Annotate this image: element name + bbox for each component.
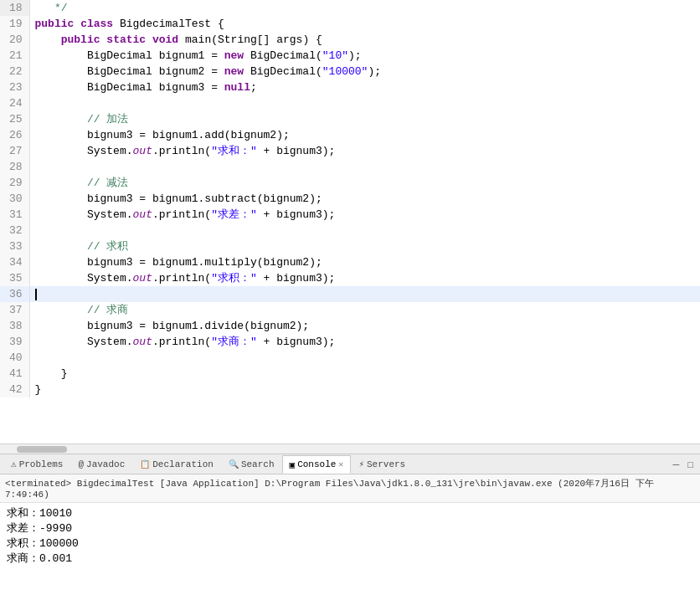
code-line-content: System.out.println("求差：" + bignum3);	[29, 207, 700, 223]
line-number: 28	[0, 159, 29, 175]
code-line-content: System.out.println("求积：" + bignum3);	[29, 270, 700, 286]
line-number: 30	[0, 191, 29, 207]
code-line-content: bignum3 = bignum1.add(bignum2);	[29, 127, 700, 143]
code-line-content: // 加法	[29, 111, 700, 127]
problems-icon: ⚠	[11, 459, 17, 469]
console-output-line: 求和：10010	[7, 506, 693, 521]
code-area[interactable]: 18 */19public class BigdecimalTest {20 p…	[0, 0, 700, 444]
declaration-icon: 📋	[140, 459, 150, 469]
console-icon: ▣	[290, 459, 296, 470]
servers-icon: ⚡	[358, 459, 364, 469]
code-table: 18 */19public class BigdecimalTest {20 p…	[0, 0, 700, 397]
scrollbar-thumb[interactable]	[17, 446, 67, 453]
code-line-content: System.out.println("求商：" + bignum3);	[29, 334, 700, 350]
code-line-content: }	[29, 382, 700, 397]
console-output: 求和：10010求差：-9990求积：100000求商：0.001	[0, 503, 700, 600]
code-line-content: */	[29, 0, 700, 16]
tab-servers-label: Servers	[367, 459, 405, 469]
line-number: 36	[0, 286, 29, 302]
tab-search-label: Search	[241, 459, 275, 469]
line-number: 23	[0, 79, 29, 95]
line-number: 26	[0, 127, 29, 143]
code-line-content: // 求积	[29, 238, 700, 254]
code-line-content: public static void main(String[] args) {	[29, 32, 700, 48]
tab-javadoc-label: Javadoc	[86, 459, 125, 469]
line-number: 41	[0, 366, 29, 382]
tab-declaration-label: Declaration	[152, 459, 214, 469]
console-output-line: 求积：100000	[7, 536, 693, 551]
line-number: 32	[0, 223, 29, 238]
bottom-panel: ⚠ Problems @ Javadoc 📋 Declaration 🔍 Sea…	[0, 454, 700, 600]
search-icon: 🔍	[229, 459, 239, 469]
line-number: 34	[0, 254, 29, 270]
tab-servers[interactable]: ⚡ Servers	[351, 455, 413, 474]
tab-declaration[interactable]: 📋 Declaration	[132, 455, 221, 474]
line-number: 24	[0, 95, 29, 111]
tab-console-label: Console	[297, 459, 336, 469]
horizontal-scrollbar[interactable]	[0, 444, 700, 454]
code-line-content: // 求商	[29, 302, 700, 318]
code-line-content: System.out.println("求和：" + bignum3);	[29, 143, 700, 159]
line-number: 38	[0, 318, 29, 334]
line-number: 20	[0, 32, 29, 48]
line-number: 22	[0, 64, 29, 79]
tab-problems[interactable]: ⚠ Problems	[3, 455, 70, 474]
code-line-content	[29, 350, 700, 366]
line-number: 19	[0, 16, 29, 32]
line-number: 21	[0, 48, 29, 64]
code-line-content	[29, 223, 700, 238]
code-line-content: public class BigdecimalTest {	[29, 16, 700, 32]
line-number: 33	[0, 238, 29, 254]
code-line-content: BigDecimal bignum3 = null;	[29, 79, 700, 95]
line-number: 25	[0, 111, 29, 127]
code-line-content	[29, 286, 700, 302]
line-number: 31	[0, 207, 29, 223]
tab-actions: ─ □	[670, 458, 697, 471]
line-number: 40	[0, 350, 29, 366]
code-line-content: BigDecimal bignum1 = new BigDecimal("10"…	[29, 48, 700, 64]
tab-search[interactable]: 🔍 Search	[221, 455, 282, 474]
code-line-content: // 减法	[29, 175, 700, 191]
line-number: 39	[0, 334, 29, 350]
line-number: 42	[0, 382, 29, 397]
maximize-console-button[interactable]: □	[684, 458, 697, 471]
tab-bar: ⚠ Problems @ Javadoc 📋 Declaration 🔍 Sea…	[0, 454, 700, 474]
code-line-content: bignum3 = bignum1.divide(bignum2);	[29, 318, 700, 334]
console-output-line: 求商：0.001	[7, 551, 693, 567]
code-line-content	[29, 159, 700, 175]
line-number: 18	[0, 0, 29, 16]
line-number: 35	[0, 270, 29, 286]
line-number: 27	[0, 143, 29, 159]
javadoc-icon: @	[78, 459, 84, 469]
code-line-content: }	[29, 366, 700, 382]
tab-problems-label: Problems	[19, 459, 64, 469]
line-number: 37	[0, 302, 29, 318]
line-number: 29	[0, 175, 29, 191]
tab-console[interactable]: ▣ Console ✕	[282, 455, 352, 474]
console-output-line: 求差：-9990	[7, 521, 693, 536]
code-line-content	[29, 95, 700, 111]
code-line-content: BigDecimal bignum2 = new BigDecimal("100…	[29, 64, 700, 79]
console-close-tag: ✕	[338, 459, 343, 469]
minimize-console-button[interactable]: ─	[670, 458, 683, 471]
console-header: <terminated> BigdecimalTest [Java Applic…	[0, 474, 700, 503]
tab-javadoc[interactable]: @ Javadoc	[70, 455, 132, 474]
code-editor: 18 */19public class BigdecimalTest {20 p…	[0, 0, 700, 454]
code-line-content: bignum3 = bignum1.multiply(bignum2);	[29, 254, 700, 270]
code-line-content: bignum3 = bignum1.subtract(bignum2);	[29, 191, 700, 207]
